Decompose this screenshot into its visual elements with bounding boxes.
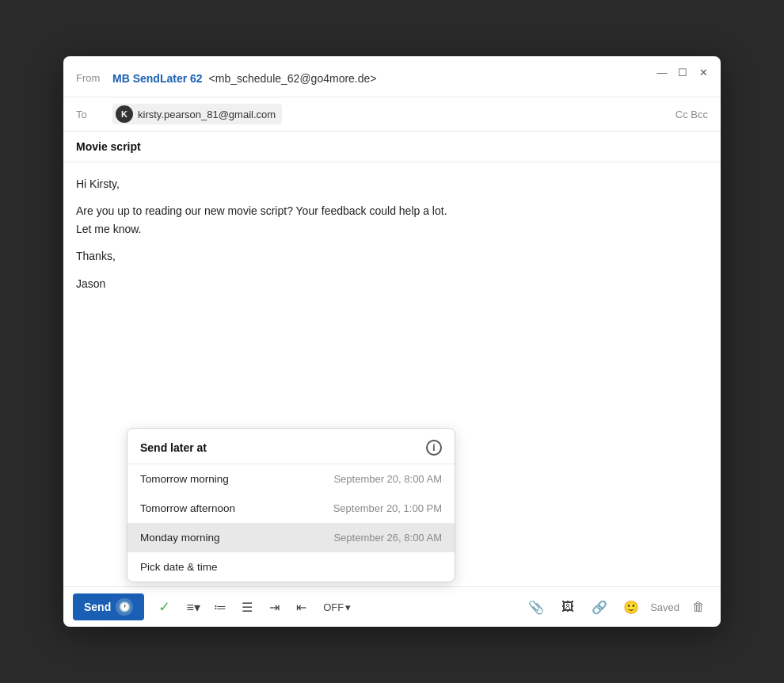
align-icon: ≡▾ [187,600,200,615]
window-controls: — ☐ ✕ [656,66,710,78]
emoji-icon: 🙂 [623,600,639,615]
off-toggle[interactable]: OFF ▾ [323,601,351,613]
option-label-pick-date: Pick date & time [140,561,218,573]
option-time-monday-morning: September 26, 8:00 AM [333,532,442,544]
send-later-title: Send later at [140,441,207,454]
compose-window: From MB SendLater 62 <mb_schedule_62@go4… [63,56,721,627]
info-icon[interactable]: i [426,440,442,456]
unordered-list-button[interactable]: ☰ [234,594,260,620]
image-button[interactable]: 🖼 [555,594,580,620]
send-clock-icon: 🕐 [116,598,133,616]
to-label: To [76,109,105,120]
option-time-tomorrow-afternoon: September 20, 1:00 PM [333,502,442,514]
maximize-button[interactable]: ☐ [676,66,689,78]
body-greeting: Hi Kirsty, [76,175,708,193]
send-button[interactable]: Send 🕐 [73,593,144,620]
body-paragraph1: Are you up to reading our new movie scri… [76,202,708,238]
from-label: From [76,72,105,84]
option-label-tomorrow-morning: Tomorrow morning [140,473,229,485]
formatting-group: ≡▾ ≔ ☰ ⇥ ⇤ [181,594,314,620]
indent-button[interactable]: ⇥ [261,594,287,620]
delete-button[interactable]: 🗑 [686,594,711,620]
checkmark-icon: ✓ [158,598,170,616]
toolbar: Send 🕐 ✓ ≡▾ ≔ ☰ ⇥ ⇤ OFF [63,586,721,627]
sender-email: <mb_schedule_62@go4more.de> [209,72,377,85]
option-time-tomorrow-morning: September 20, 8:00 AM [333,473,442,485]
subject-text[interactable]: Movie script [76,140,141,153]
send-label: Send [84,601,111,613]
option-label-tomorrow-afternoon: Tomorrow afternoon [140,502,235,514]
paperclip-icon: 📎 [528,600,544,615]
send-later-option-pick-date[interactable]: Pick date & time [127,552,455,582]
link-icon: 🔗 [592,600,607,615]
checkmark-button[interactable]: ✓ [150,593,177,620]
send-later-panel: Send later at i Tomorrow morning Septemb… [127,428,455,582]
option-label-monday-morning: Monday morning [140,532,220,544]
outdent-button[interactable]: ⇤ [288,594,314,620]
trash-icon: 🗑 [692,600,705,614]
emoji-button[interactable]: 🙂 [618,594,644,620]
recipient-chip[interactable]: K kirsty.pearson_81@gmail.com [112,104,282,124]
ordered-list-button[interactable]: ≔ [207,594,233,620]
recipient-avatar: K [116,105,133,123]
send-later-option-tomorrow-morning[interactable]: Tomorrow morning September 20, 8:00 AM [127,464,455,494]
image-icon: 🖼 [561,600,574,614]
close-button[interactable]: ✕ [697,66,710,78]
saved-label: Saved [650,601,679,613]
title-bar: From MB SendLater 62 <mb_schedule_62@go4… [63,56,721,97]
align-button[interactable]: ≡▾ [181,594,206,620]
link-button[interactable]: 🔗 [587,594,612,620]
outdent-icon: ⇤ [296,600,306,615]
send-later-option-monday-morning[interactable]: Monday morning September 26, 8:00 AM [127,523,455,552]
to-row: To K kirsty.pearson_81@gmail.com Cc Bcc [63,97,721,132]
cc-bcc-button[interactable]: Cc Bcc [676,109,708,120]
attachment-button[interactable]: 📎 [523,594,549,620]
toolbar-right: 📎 🖼 🔗 🙂 Saved 🗑 [523,594,711,620]
sender-name: MB SendLater 62 [112,72,203,85]
body-name: Jason [76,275,708,292]
ordered-list-icon: ≔ [214,600,226,615]
send-later-header: Send later at i [127,429,455,464]
off-chevron-icon: ▾ [345,601,351,613]
send-later-option-tomorrow-afternoon[interactable]: Tomorrow afternoon September 20, 1:00 PM [127,494,455,523]
body-signoff: Thanks, [76,247,708,265]
minimize-button[interactable]: — [656,66,668,78]
subject-row: Movie script [63,132,721,162]
recipient-email: kirsty.pearson_81@gmail.com [138,109,276,120]
unordered-list-icon: ☰ [242,600,253,615]
off-label: OFF [323,601,344,613]
indent-icon: ⇥ [269,600,280,615]
